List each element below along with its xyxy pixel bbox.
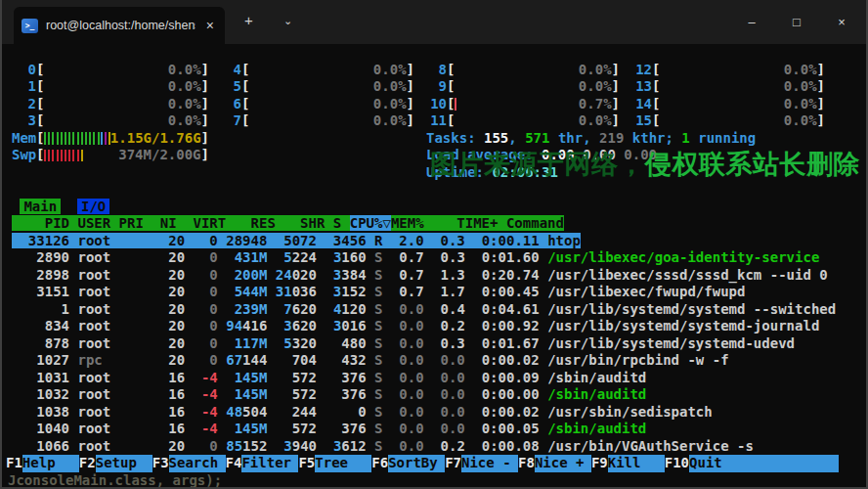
table-header: PID USER PRI NI VIRT RES SHR S CPU%▽MEM%…: [12, 215, 564, 231]
title-bar: >_ root@localhost:/home/shensl × + ⌄ – □…: [2, 0, 866, 44]
table-header-row: PID USER PRI NI VIRT RES SHR S CPU%▽MEM%…: [12, 215, 856, 233]
column-header-user[interactable]: USER: [77, 215, 110, 231]
process-row-text[interactable]: 1038 root 16 -4 48504 244 0 S 0.0 0.0 0:…: [12, 404, 713, 420]
process-row: 1031 root 16 -4 145M 572 376 S 0.0 0.0 0…: [12, 370, 856, 387]
new-tab-button[interactable]: +: [244, 12, 253, 28]
fkey-nice[interactable]: F8Nice +: [518, 455, 591, 472]
cpu-meter-row: 0[0.0%]4[0.0%]8[0.0%]12[0.0%]: [12, 62, 856, 79]
process-row-text[interactable]: 3151 root 20 0 544M 31036 3152 S 0.7 1.7…: [12, 284, 745, 299]
fkey-setup[interactable]: F2Setup: [79, 455, 152, 472]
swap-bars-used: [44, 150, 79, 162]
fkey-quit[interactable]: F10Quit: [665, 455, 839, 472]
htop-tab-io[interactable]: I/O: [77, 199, 109, 214]
process-row: 878 root 20 0 117M 5320 480 S 0.0 0.3 0:…: [12, 335, 856, 353]
cpu-meter-14: 14[0.0%]: [628, 96, 825, 113]
fkey-tree[interactable]: F5Tree: [298, 455, 371, 472]
column-header-virt[interactable]: VIRT: [185, 215, 226, 231]
process-row: 2898 root 20 0 200M 24020 3384 S 0.7 1.3…: [12, 267, 856, 285]
htop-tab-bar: Main I/O: [12, 199, 856, 216]
terminal-window: >_ root@localhost:/home/shensl × + ⌄ – □…: [0, 0, 868, 489]
column-header-mem[interactable]: MEM%: [391, 215, 424, 231]
maximize-button[interactable]: □: [774, 0, 819, 44]
tab-close-icon[interactable]: ×: [203, 18, 217, 33]
blank-line: [12, 44, 856, 62]
process-row-text[interactable]: 1066 root 20 0 85152 3940 3612 S 0.0 0.2…: [12, 438, 754, 454]
process-row-text[interactable]: 1027 rpc 20 0 67144 704 432 S 0.0 0.0 0:…: [12, 352, 729, 368]
process-row: 2890 root 20 0 431M 5224 3160 S 0.7 0.3 …: [12, 249, 856, 267]
cpu-meter-row: 1[0.0%]5[0.0%]9[0.0%]13[0.0%]: [12, 78, 856, 96]
swap-bar-cache: [81, 150, 83, 162]
cpu-meter-8: 8[0.0%]: [422, 62, 620, 79]
column-header-cpu[interactable]: CPU%▽: [350, 215, 391, 231]
watermark-text: 图片来源于网络，侵权联系站长删除！: [430, 147, 868, 182]
fkey-help[interactable]: F1Help: [6, 455, 79, 472]
cpu-meter-6: 6[0.0%]: [217, 96, 414, 113]
selected-process-row[interactable]: 33126 root 20 0 28948 5072 3456 R 2.0 0.…: [12, 233, 581, 248]
mem-bar-buffers: [101, 132, 103, 145]
cpu-meter-row: 3[0.0%]7[0.0%]11[0.0%]15[0.0%]: [12, 112, 856, 130]
powershell-icon: >_: [22, 19, 38, 33]
fkey-kill[interactable]: F9Kill: [591, 455, 665, 472]
tasks-summary: Tasks: 155, 571 thr, 219 kthr; 1 running: [426, 130, 756, 148]
mem-meter: Mem[1.15G/1.76G]: [12, 130, 209, 148]
process-row: 1038 root 16 -4 48504 244 0 S 0.0 0.0 0:…: [12, 404, 856, 422]
fkey-sortby[interactable]: F6SortBy: [371, 455, 445, 472]
cpu-meter-0: 0[0.0%]: [12, 62, 209, 79]
cpu-meter-9: 9[0.0%]: [422, 78, 620, 96]
process-row: 1 root 20 0 239M 7620 4120 S 0.0 0.4 0:0…: [12, 301, 856, 319]
process-row-text[interactable]: 1032 root 16 -4 145M 572 376 S 0.0 0.0 0…: [12, 386, 646, 402]
function-key-bar: F1HelpF2SetupF3SearchF4FilterF5TreeF6Sor…: [6, 455, 839, 472]
process-row: 33126 root 20 0 28948 5072 3456 R 2.0 0.…: [12, 233, 856, 250]
tab-title: root@localhost:/home/shensl: [46, 19, 195, 32]
minimize-button[interactable]: –: [729, 0, 774, 44]
column-header-pid[interactable]: PID: [12, 215, 69, 231]
process-row-text[interactable]: 2890 root 20 0 431M 5224 3160 S 0.7 0.3 …: [12, 249, 819, 265]
process-row-text[interactable]: 2898 root 20 0 200M 24020 3384 S 0.7 1.3…: [12, 267, 828, 283]
process-row: 834 root 20 0 94416 3620 3016 S 0.0 0.2 …: [12, 318, 856, 335]
column-header-ni[interactable]: NI: [152, 215, 176, 231]
cpu-meter-12: 12[0.0%]: [628, 62, 825, 79]
cpu-meter-13: 13[0.0%]: [628, 78, 825, 96]
mem-bars-used: [44, 132, 101, 145]
process-row-text[interactable]: 1 root 20 0 239M 7620 4120 S 0.0 0.4 0:0…: [12, 301, 836, 317]
mem-bar-cache: [105, 132, 107, 145]
cpu-meter-10: 10[0.7%]: [422, 96, 620, 113]
blank-line: [12, 181, 856, 199]
column-header-pri[interactable]: PRI: [119, 215, 144, 231]
cpu-meter-2: 2[0.0%]: [12, 96, 209, 113]
cpu-meter-1: 1[0.0%]: [12, 78, 209, 96]
terminal-tab[interactable]: >_ root@localhost:/home/shensl ×: [14, 7, 225, 44]
background-artifact-text: JconsoleMain.class, args);: [8, 472, 856, 488]
process-row-text[interactable]: 834 root 20 0 94416 3620 3016 S 0.0 0.2 …: [12, 318, 819, 333]
column-header-time[interactable]: TIME+: [432, 215, 498, 231]
cpu-meter-7: 7[0.0%]: [217, 112, 414, 130]
process-row-text[interactable]: 1040 root 16 -4 145M 572 376 S 0.0 0.0 0…: [12, 421, 646, 436]
cpu-meter-4: 4[0.0%]: [217, 62, 414, 79]
process-row-text[interactable]: 1031 root 16 -4 145M 572 376 S 0.0 0.0 0…: [12, 370, 646, 385]
fkey-search[interactable]: F3Search: [152, 455, 226, 472]
cpu-meter-5: 5[0.0%]: [217, 78, 414, 96]
tab-dropdown-icon[interactable]: ⌄: [283, 15, 292, 27]
process-row-text[interactable]: 878 root 20 0 117M 5320 480 S 0.0 0.3 0:…: [12, 335, 795, 351]
process-row: 1066 root 20 0 85152 3940 3612 S 0.0 0.2…: [12, 438, 856, 456]
function-key-row: F1HelpF2SetupF3SearchF4FilterF5TreeF6Sor…: [12, 455, 856, 472]
cpu-meter-11: 11[0.0%]: [422, 112, 620, 130]
memory-row: Mem[1.15G/1.76G]Tasks: 155, 571 thr, 219…: [12, 130, 856, 148]
swap-meter: Swp[374M/2.00G]: [12, 147, 209, 164]
process-row: 1040 root 16 -4 145M 572 376 S 0.0 0.0 0…: [12, 421, 856, 438]
cpu-meter-15: 15[0.0%]: [628, 112, 825, 130]
htop-tab-main[interactable]: Main: [20, 199, 61, 214]
column-header-shr[interactable]: SHR: [283, 215, 325, 231]
process-row: 1032 root 16 -4 145M 572 376 S 0.0 0.0 0…: [12, 386, 856, 404]
column-header-command[interactable]: Command: [506, 215, 564, 231]
process-row: 1027 rpc 20 0 67144 704 432 S 0.0 0.0 0:…: [12, 352, 856, 370]
column-header-s[interactable]: S: [333, 215, 341, 231]
close-button[interactable]: ×: [819, 0, 864, 44]
column-header-res[interactable]: RES: [235, 215, 276, 231]
process-row: 3151 root 20 0 544M 31036 3152 S 0.7 1.7…: [12, 284, 856, 301]
cpu-meter-3: 3[0.0%]: [12, 112, 209, 130]
fkey-nice[interactable]: F7Nice -: [445, 455, 518, 472]
cpu-usage-bar: [455, 98, 456, 111]
fkey-filter[interactable]: F4Filter: [226, 455, 299, 472]
cpu-meter-row: 2[0.0%]6[0.0%]10[0.7%]14[0.0%]: [12, 96, 856, 113]
